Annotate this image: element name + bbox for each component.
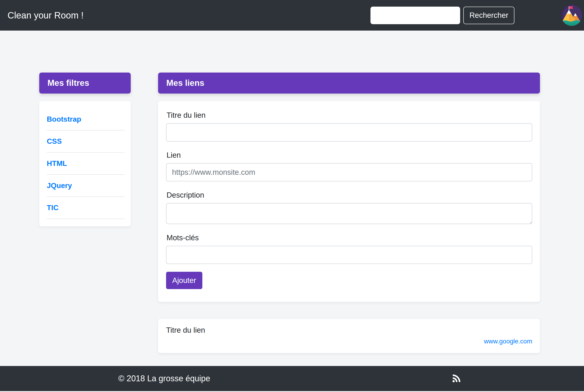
- link-input[interactable]: [166, 163, 532, 182]
- filters-list: Bootstrap CSS HTML JQuery TIC: [39, 108, 131, 219]
- saved-link-url-row: www.google.com: [166, 338, 532, 345]
- sidebar-item-jquery[interactable]: JQuery: [47, 182, 72, 190]
- description-field-group: Description: [166, 190, 532, 224]
- keywords-label: Mots-clés: [166, 233, 532, 242]
- filter-item: JQuery: [47, 175, 124, 197]
- search-button[interactable]: Rechercher: [463, 6, 515, 24]
- keywords-field-group: Mots-clés: [166, 233, 532, 264]
- filter-item: Bootstrap: [47, 108, 124, 130]
- app-title: Clean your Room !: [7, 10, 83, 20]
- footer: © 2018 La grosse équipe: [0, 366, 584, 391]
- filters-header: Mes filtres: [39, 72, 131, 94]
- links-main: Mes liens Titre du lien Lien Description: [158, 72, 540, 353]
- saved-link-title: Titre du lien: [166, 326, 532, 334]
- keywords-input[interactable]: [166, 246, 532, 264]
- link-field-group: Lien: [166, 150, 532, 182]
- filters-sidebar: Mes filtres Bootstrap CSS HTML JQuery: [39, 72, 131, 226]
- links-header-label: Mes liens: [166, 78, 204, 88]
- saved-link-card: Titre du lien www.google.com: [158, 319, 540, 353]
- search-input[interactable]: [371, 6, 460, 24]
- filters-header-label: Mes filtres: [47, 78, 89, 88]
- navbar-search-form: Rechercher: [371, 6, 515, 24]
- sidebar-item-css[interactable]: CSS: [47, 137, 62, 146]
- filter-item: HTML: [47, 153, 124, 175]
- description-label: Description: [166, 190, 532, 200]
- title-input[interactable]: [166, 123, 532, 142]
- filter-item: TIC: [47, 197, 124, 219]
- sidebar-item-bootstrap[interactable]: Bootstrap: [47, 115, 81, 124]
- rss-icon[interactable]: [451, 373, 462, 384]
- page: Clean your Room ! Rechercher: [0, 0, 584, 392]
- mountain-flag-logo-icon[interactable]: [561, 5, 582, 26]
- filters-card: Bootstrap CSS HTML JQuery TIC: [39, 101, 131, 226]
- links-header: Mes liens: [158, 72, 540, 94]
- top-navbar: Clean your Room ! Rechercher: [0, 0, 584, 30]
- add-link-button[interactable]: Ajouter: [166, 272, 202, 289]
- saved-link-url[interactable]: www.google.com: [484, 338, 532, 345]
- filter-item: CSS: [47, 130, 124, 153]
- description-textarea[interactable]: [166, 203, 532, 224]
- title-field-group: Titre du lien: [166, 111, 532, 142]
- content-area: Mes filtres Bootstrap CSS HTML JQuery: [0, 30, 584, 353]
- sidebar-item-tic[interactable]: TIC: [47, 204, 59, 212]
- link-label: Lien: [166, 150, 532, 160]
- add-link-form: Titre du lien Lien Description Mots-clés…: [158, 101, 540, 302]
- title-label: Titre du lien: [166, 111, 532, 120]
- sidebar-item-html[interactable]: HTML: [47, 159, 67, 168]
- copyright-text: © 2018 La grosse équipe: [118, 374, 210, 383]
